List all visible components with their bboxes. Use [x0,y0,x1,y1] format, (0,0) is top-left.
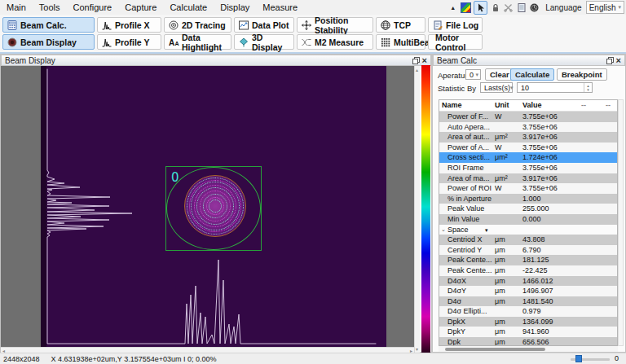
toolbar-button-label: 2D Tracing [182,20,226,30]
row-lead-cell [439,173,447,184]
table-row-peak-value[interactable]: Peak Value255.000 [439,204,617,214]
table-row-power-of-roi[interactable]: Power of ROIW3.755e+06 [439,183,617,194]
breakpoint-button[interactable]: Breakpoint [557,68,607,81]
menu-item-measure[interactable]: Measure [256,0,304,15]
table-row-cross-secti[interactable]: Cross secti...μm²1.724e+06 [439,152,617,163]
toolbar-button-tcp[interactable]: TCP [376,17,425,33]
cell-stat1 [581,235,606,245]
beam-image[interactable]: 0 [41,66,386,347]
cell-stat2 [606,337,617,346]
toolbar-button-data-plot[interactable]: Data Plot [234,17,294,33]
toolbar-row1: Beam Calc.Profile X2D TracingData PlotPo… [2,17,483,33]
scrollbar-thumb[interactable] [445,348,545,351]
table-group-row-space[interactable]: ⌄Space▾ [439,225,617,235]
toolbar-button-beam-display[interactable]: Beam Display [2,34,95,50]
frame-slider-handle[interactable] [575,355,582,362]
colormap-icon[interactable] [461,2,471,13]
table-row-auto-apera[interactable]: Auto Apera...3.755e+06 [439,122,617,133]
scroll-down-icon[interactable]: ▾ [416,347,418,352]
table-row-centriod-x[interactable]: Centriod Xμm43.808 [439,235,617,245]
cell-stat2 [606,306,617,317]
close-icon[interactable]: × [616,56,621,64]
table-row-d4-x[interactable]: D4σXμm1466.012 [439,276,617,287]
table-row-area-of-ma[interactable]: Area of ma...μm²3.917e+06 [439,173,617,184]
menu-item-capture[interactable]: Capture [118,0,163,15]
table-row-d4[interactable]: D4σμm1481.540 [439,296,617,307]
table-row-power-of-f[interactable]: Power of F...W3.755e+06 [439,112,617,122]
statistic-mode-select[interactable]: Lasts(s) ▾ [480,82,513,93]
header-stat2[interactable]: -- [606,100,617,111]
row-lead-cell [439,286,447,296]
statistic-value-input[interactable]: 10 ▴▾ [517,82,593,93]
toolbar-button-m2-measure[interactable]: M2 Measure [297,34,373,50]
beam-display-canvas[interactable]: 0 [1,66,414,347]
aperture-select[interactable]: 0 ▾ [465,69,481,80]
calculate-button[interactable]: Calculate [510,68,554,81]
svg-text:A: A [174,41,179,46]
table-row-dpk[interactable]: Dpkμm656.506 [439,337,617,346]
cell-stat2 [606,183,617,194]
row-lead-cell [439,235,447,245]
beam-vertical-scrollbar[interactable]: ▴ ▾ [414,66,420,353]
table-row-centriod-y[interactable]: Centriod Yμm6.790 [439,245,617,256]
cell-stat2 [606,173,617,184]
float-window-icon[interactable] [412,57,420,64]
table-row-in-aperture[interactable]: % in Aperture1.000 [439,194,617,204]
toolbar-button-motor-control[interactable]: Motor Control [428,34,483,50]
table-row-d4-ellipti[interactable]: D4σ Ellipti...0.979 [439,306,617,317]
table-row-dpky[interactable]: DpkYμm941.960 [439,327,617,337]
close-icon[interactable]: × [422,56,427,64]
cell-value: 255.000 [522,204,581,214]
table-horizontal-scrollbar[interactable] [439,346,618,352]
lock-icon[interactable] [490,2,500,13]
cell-stat2 [606,317,617,327]
cell-stat2 [606,276,617,287]
menu-item-display[interactable]: Display [214,0,256,15]
cell-value: 3.755e+06 [522,112,581,122]
toolbar-button-multibeam[interactable]: MultiBeam [376,34,425,50]
cell-unit: W [495,143,522,153]
pin-icon[interactable] [474,1,487,15]
collapse-chevron-icon[interactable]: ⌄ [439,225,447,235]
toolbar-button-profile-y[interactable]: Profile Y [97,34,161,50]
toolbar-button-position-stability[interactable]: Position Stability [297,17,373,33]
table-row-dpkx[interactable]: DpkXμm1364.099 [439,317,617,327]
menu-item-tools[interactable]: Tools [33,0,67,15]
toolbar-button-label: Motor Control [435,33,482,52]
table-row-area-of-aut[interactable]: Area of aut...μm²3.917e+06 [439,132,617,143]
toolbar-button-2d-tracing[interactable]: 2D Tracing [164,17,231,33]
table-row-min-value[interactable]: Min Value0.000 [439,214,617,225]
toolbar-button-profile-x[interactable]: Profile X [97,17,161,33]
spinner-arrows-icon[interactable]: ▴▾ [584,83,592,92]
scroll-up-icon[interactable]: ▴ [416,68,418,72]
table-header-row[interactable]: Name Unit Value -- -- [439,100,617,112]
collapse-arrow-icon[interactable]: ▲ [447,2,458,13]
table-vertical-scrollbar[interactable] [618,99,624,346]
table-row-d4-y[interactable]: D4σYμm1496.907 [439,286,617,296]
toolbar-button-data-hightlight[interactable]: AAData Hightlight [164,34,231,50]
header-name[interactable]: Name [439,100,495,111]
cell-stat1 [581,327,606,337]
language-select[interactable]: English ▾ [586,1,624,14]
menu-item-configure[interactable]: Configure [67,0,119,15]
document-icon[interactable] [516,2,527,13]
table-row-roi-frame[interactable]: ROI Frame3.755e+06 [439,163,617,173]
table-row-power-of-a[interactable]: Power of A...W3.755e+06 [439,143,617,153]
scissors-icon[interactable] [503,2,514,13]
table-row-peak-cente[interactable]: Peak Cente...μm181.125 [439,255,617,265]
toolbar-button-beam-calc[interactable]: Beam Calc. [2,17,95,33]
toolbar-button-file-log[interactable]: File Log [428,17,483,33]
globe-icon[interactable] [529,2,540,13]
menu-item-calculate[interactable]: Calculate [163,0,214,15]
table-row-peak-cente[interactable]: Peak Cente...μm-22.425 [439,265,617,276]
header-value[interactable]: Value [522,100,581,111]
menu-item-main[interactable]: Main [0,0,33,15]
row-lead-cell [439,152,447,163]
row-lead-cell [439,132,447,143]
toolbar-button-3d-display[interactable]: 3D Display [234,34,294,50]
cell-stat1 [581,276,606,287]
cell-name: Cross secti... [447,152,495,163]
float-window-icon[interactable] [606,57,614,64]
header-stat1[interactable]: -- [581,100,606,111]
header-unit[interactable]: Unit [495,100,522,111]
